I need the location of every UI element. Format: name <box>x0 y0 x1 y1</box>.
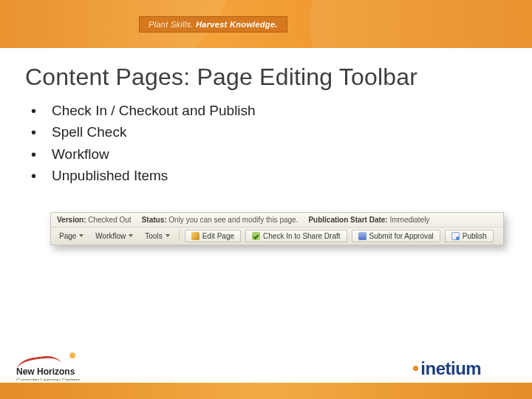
version-value: Checked Out <box>88 216 131 224</box>
list-item: Check In / Checkout and Publish <box>31 100 532 121</box>
list-item: Spell Check <box>31 121 532 143</box>
list-item: Workflow <box>31 143 532 165</box>
swoosh-icon <box>16 351 80 366</box>
menu-page[interactable]: Page <box>55 230 87 242</box>
status-value: Only you can see and modify this page. <box>168 216 298 224</box>
toolbar-status-row: Version: Checked Out Status: Only you ca… <box>51 213 503 228</box>
tagline-badge: Plant Skills. Harvest Knowledge. <box>139 16 287 33</box>
inetium-word: inetium <box>413 358 513 379</box>
chevron-down-icon <box>166 234 170 237</box>
edit-page-label: Edit Page <box>202 232 234 240</box>
nh-brand: New Horizons <box>16 367 80 377</box>
checkin-icon <box>252 232 260 240</box>
checkin-button[interactable]: Check In to Share Draft <box>245 230 347 242</box>
version-group: Version: Checked Out <box>57 216 132 224</box>
chevron-down-icon <box>79 234 83 237</box>
page-title: Content Pages: Page Editing Toolbar <box>25 64 532 91</box>
list-item: Unpublished Items <box>31 165 532 186</box>
edit-icon <box>191 232 200 240</box>
checkin-label: Check In to Share Draft <box>263 232 341 240</box>
menu-tools-label: Tools <box>145 232 162 240</box>
submit-approval-button[interactable]: Submit for Approval <box>352 230 440 242</box>
menu-tools[interactable]: Tools <box>141 230 173 242</box>
edit-page-button[interactable]: Edit Page <box>185 230 241 242</box>
chevron-down-icon <box>129 234 133 237</box>
submit-icon <box>358 232 366 240</box>
pubdate-value: Immediately <box>389 216 429 224</box>
ring-icon <box>413 366 418 371</box>
inetium-text: inetium <box>420 358 481 379</box>
toolbar-action-row: Page Workflow Tools Edit Page Check In t… <box>51 228 503 245</box>
header-banner: Plant Skills. Harvest Knowledge. <box>0 0 532 50</box>
status-label: Status: <box>142 216 167 224</box>
toolbar-separator <box>179 231 180 242</box>
footer: New Horizons Computer Learning Centers O… <box>0 343 532 399</box>
version-label: Version: <box>57 216 86 224</box>
status-group: Status: Only you can see and modify this… <box>142 216 299 224</box>
menu-workflow[interactable]: Workflow <box>92 230 137 242</box>
submit-label: Submit for Approval <box>369 232 434 240</box>
banner-divider <box>0 48 532 50</box>
menu-page-label: Page <box>59 232 76 240</box>
editing-toolbar: Version: Checked Out Status: Only you ca… <box>50 212 504 245</box>
publish-button[interactable]: Publish <box>445 230 494 242</box>
menu-workflow-label: Workflow <box>95 232 126 240</box>
publish-icon <box>451 232 460 240</box>
tagline-plain: Plant Skills. <box>149 20 194 29</box>
tagline-bold: Harvest Knowledge. <box>196 20 278 29</box>
footer-strip <box>0 383 532 399</box>
pubdate-label: Publication Start Date: <box>308 216 387 224</box>
bullet-list: Check In / Checkout and Publish Spell Ch… <box>31 100 532 187</box>
publish-label: Publish <box>463 232 487 240</box>
pubdate-group: Publication Start Date: Immediately <box>308 216 429 224</box>
